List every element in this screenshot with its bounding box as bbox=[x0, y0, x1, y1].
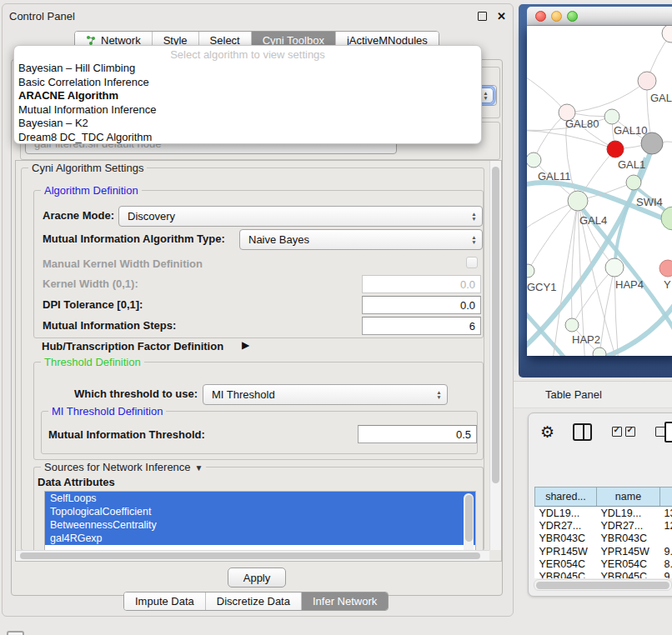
table-cell: 8. bbox=[660, 558, 672, 570]
network-node[interactable] bbox=[527, 152, 541, 168]
attribute-option[interactable]: SelfLoops bbox=[45, 492, 475, 505]
manual-kernel-checkbox[interactable] bbox=[466, 257, 478, 268]
network-node[interactable] bbox=[662, 26, 672, 42]
table-cell: 9. bbox=[660, 545, 672, 558]
network-canvas[interactable]: GALGAL80GAL10GAL1GAL11SWI4GAL4HAP4YGCY1H… bbox=[527, 26, 672, 356]
network-node[interactable] bbox=[565, 318, 579, 332]
algorithm-option[interactable]: Mutual Information Inference bbox=[14, 103, 481, 118]
attribute-option[interactable]: BetweennessCentrality bbox=[45, 518, 475, 532]
apply-button[interactable]: Apply bbox=[228, 568, 286, 588]
aracne-mode-combo[interactable]: Discovery ▲▼ bbox=[118, 206, 483, 227]
network-node[interactable] bbox=[626, 175, 641, 190]
network-edge-thick[interactable] bbox=[527, 306, 570, 356]
dpi-tolerance-field[interactable]: 0.0 bbox=[362, 296, 481, 314]
settings-horizontal-scrollbar[interactable] bbox=[16, 550, 489, 561]
network-node[interactable] bbox=[641, 132, 663, 154]
table-column-header[interactable]: A bbox=[660, 488, 672, 507]
table-cell: YPR145W bbox=[535, 545, 597, 558]
table-cell: 13 bbox=[660, 507, 672, 520]
algorithm-dropdown-popup: Select algorithm to view settings Bayesi… bbox=[13, 45, 482, 144]
algorithm-option[interactable]: Bayesian – K2 bbox=[14, 117, 481, 131]
select-all-icon[interactable] bbox=[612, 427, 635, 437]
dpi-tolerance-value: 0.0 bbox=[460, 299, 475, 312]
combo-stepper-icon: ▲▼ bbox=[433, 387, 445, 402]
network-node[interactable] bbox=[605, 258, 624, 277]
network-edge[interactable] bbox=[599, 268, 614, 354]
network-edge[interactable] bbox=[567, 81, 647, 112]
network-node[interactable] bbox=[604, 109, 619, 124]
tab-impute-data[interactable]: Impute Data bbox=[124, 592, 206, 610]
algorithm-option[interactable]: ARACNE Algorithm bbox=[14, 89, 481, 103]
table-cell: 12 bbox=[660, 519, 672, 532]
float-window-icon[interactable] bbox=[478, 12, 487, 21]
table-cell: YER054C bbox=[597, 558, 660, 570]
table-column-header[interactable]: name bbox=[597, 488, 660, 507]
control-panel-title: Control Panel bbox=[9, 10, 478, 22]
cyni-bottom-tabs: Impute Data Discretize Data Infer Networ… bbox=[123, 592, 389, 611]
export-table-icon[interactable] bbox=[664, 422, 672, 442]
mi-type-label: Mutual Information Algorithm Type: bbox=[43, 232, 225, 245]
tab-impute-data-label: Impute Data bbox=[135, 595, 194, 608]
network-edge[interactable] bbox=[528, 201, 578, 271]
network-node[interactable] bbox=[593, 348, 606, 356]
table-row[interactable]: YPR145WYPR145W9. bbox=[535, 545, 672, 558]
table-horizontal-scrollbar[interactable] bbox=[534, 579, 672, 591]
algorithm-definition-group: Algorithm Definition Aracne Mode: Discov… bbox=[33, 190, 484, 338]
table-row[interactable]: YBR043CYBR043C bbox=[535, 532, 672, 545]
table-clip: shared...nameA YDL19...YDL19...13YDR27..… bbox=[529, 450, 672, 578]
mi-type-combo[interactable]: Naive Bayes ▲▼ bbox=[239, 229, 483, 250]
dock-corner-icon[interactable] bbox=[7, 631, 24, 635]
table-cell: YER054C bbox=[535, 558, 597, 570]
mi-type-value: Naive Bayes bbox=[248, 233, 309, 246]
algorithm-option[interactable]: Dream8 DC_TDC Algorithm bbox=[14, 131, 481, 145]
network-node[interactable] bbox=[527, 264, 534, 278]
manual-kernel-label: Manual Kernel Width Definition bbox=[43, 258, 203, 270]
network-node[interactable] bbox=[607, 141, 624, 158]
mi-threshold-field[interactable]: 0.5 bbox=[358, 425, 477, 443]
node-label: HAP2 bbox=[572, 333, 600, 346]
algorithm-option[interactable]: Basic Correlation Inference bbox=[14, 76, 481, 90]
table-cell bbox=[660, 532, 672, 545]
settings-vertical-scrollbar[interactable] bbox=[489, 161, 501, 550]
table-row[interactable]: YDR27...YDR27...12 bbox=[535, 519, 672, 532]
which-threshold-combo[interactable]: MI Threshold ▲▼ bbox=[203, 384, 448, 405]
table-row[interactable]: YDL19...YDL19...13 bbox=[535, 507, 672, 520]
node-label: GAL bbox=[650, 92, 672, 104]
table-row[interactable]: YER054CYER054C8. bbox=[535, 558, 672, 570]
network-node[interactable] bbox=[659, 260, 672, 277]
node-label: Y bbox=[664, 278, 671, 291]
sources-title-text: Sources for Network Inference bbox=[44, 461, 191, 473]
tab-infer-network-label: Infer Network bbox=[313, 595, 377, 608]
table-panel-header: Table Panel bbox=[514, 381, 672, 408]
network-node[interactable] bbox=[568, 191, 588, 211]
zoom-traffic-light-icon[interactable] bbox=[567, 11, 578, 22]
table-column-header[interactable]: shared... bbox=[535, 488, 597, 507]
threshold-definition-group: Threshold Definition Which threshold to … bbox=[33, 362, 484, 460]
table-toolbar: ⚙ bbox=[529, 413, 672, 450]
close-traffic-light-icon[interactable] bbox=[535, 11, 546, 22]
attribute-option[interactable]: TopologicalCoefficient bbox=[45, 505, 475, 518]
algorithm-definition-title: Algorithm Definition bbox=[41, 184, 142, 197]
table-cell: YBR045C bbox=[535, 570, 597, 578]
column-settings-icon[interactable] bbox=[573, 423, 592, 441]
mi-threshold-group: MI Threshold Definition Mutual Informati… bbox=[41, 411, 478, 454]
tab-infer-network[interactable]: Infer Network bbox=[302, 592, 388, 610]
table-row[interactable]: YBR045CYBR045C9. bbox=[535, 570, 672, 578]
network-node[interactable] bbox=[638, 72, 656, 90]
apply-button-label: Apply bbox=[243, 572, 271, 584]
table-cell: YDR27... bbox=[597, 519, 660, 532]
aracne-mode-label: Aracne Mode: bbox=[43, 209, 114, 222]
minimize-traffic-light-icon[interactable] bbox=[551, 11, 562, 22]
combo-stepper-icon: ▲▼ bbox=[468, 208, 480, 224]
mi-steps-field[interactable]: 6 bbox=[362, 317, 481, 335]
network-window-titlebar[interactable] bbox=[527, 7, 672, 26]
table-cell: 9. bbox=[660, 570, 672, 578]
attribute-option[interactable]: gal4RGexp bbox=[45, 532, 475, 545]
kernel-width-field[interactable]: 0.0 bbox=[362, 275, 481, 293]
collapse-arrow-icon[interactable]: ▼ bbox=[195, 463, 203, 472]
tab-discretize-data[interactable]: Discretize Data bbox=[206, 592, 302, 610]
expand-arrow-icon[interactable]: ▶ bbox=[242, 339, 249, 351]
algorithm-option[interactable]: Bayesian – Hill Climbing bbox=[14, 62, 481, 76]
gear-icon[interactable]: ⚙ bbox=[540, 422, 554, 442]
close-icon[interactable]: ✕ bbox=[497, 11, 506, 22]
